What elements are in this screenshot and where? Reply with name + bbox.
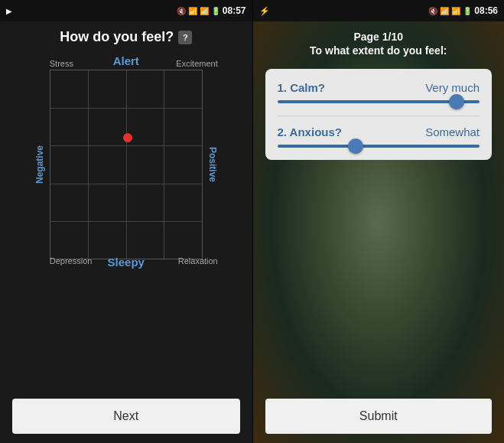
axis-alert-label: Alert bbox=[113, 54, 139, 67]
left-content: How do you feel? ? Stress Excitement Ale… bbox=[0, 21, 252, 389]
calm-slider-thumb[interactable] bbox=[449, 94, 464, 109]
anxious-slider-track[interactable] bbox=[278, 145, 480, 148]
status-icons-left: 🔇 📶 📶 🔋 08:57 bbox=[177, 5, 246, 16]
question-header: How do you feel? ? bbox=[60, 29, 192, 45]
question-calm-label: 1. Calm? bbox=[278, 81, 326, 94]
right-panel: ⚡ 🔇 📶 📶 🔋 08:56 Page 1/10 To what extent… bbox=[253, 0, 505, 443]
questions-card: 1. Calm? Very much 2. Anxious? Somewhat bbox=[265, 69, 493, 160]
battery-icon: 🔋 bbox=[211, 7, 220, 15]
next-button[interactable]: Next bbox=[12, 399, 240, 434]
anxious-slider-thumb[interactable] bbox=[348, 138, 363, 154]
mood-grid bbox=[50, 70, 203, 259]
wifi-icon: 📶 bbox=[188, 7, 197, 15]
status-left-icon: ▶ bbox=[6, 7, 12, 15]
axis-relaxation-label: Relaxation bbox=[178, 256, 218, 265]
axis-sleepy-label: Sleepy bbox=[108, 256, 145, 269]
time-display-right: 08:56 bbox=[474, 5, 498, 16]
axis-depression-label: Depression bbox=[50, 256, 93, 265]
help-badge[interactable]: ? bbox=[178, 31, 192, 44]
left-panel: ▶ 🔇 📶 📶 🔋 08:57 How do you feel? ? Stres… bbox=[0, 0, 252, 443]
signal-icon: 📶 bbox=[200, 7, 209, 15]
question-calm-header: 1. Calm? Very much bbox=[278, 81, 480, 94]
signal-icon-right: 📶 bbox=[451, 7, 460, 15]
usb-icon: ⚡ bbox=[259, 6, 270, 16]
question-anxious-label: 2. Anxious? bbox=[278, 125, 342, 138]
axis-excitement-label: Excitement bbox=[176, 59, 217, 68]
submit-button[interactable]: Submit bbox=[265, 399, 493, 434]
question-row-anxious: 2. Anxious? Somewhat bbox=[278, 125, 480, 148]
mute-icon-right: 🔇 bbox=[428, 7, 437, 15]
bottom-button-area-left: Next bbox=[0, 389, 252, 443]
wifi-icon-right: 📶 bbox=[440, 7, 449, 15]
mood-dot[interactable] bbox=[123, 133, 132, 142]
status-icons-right: 🔇 📶 📶 🔋 08:56 bbox=[428, 5, 498, 16]
status-bar-right: ⚡ 🔇 📶 📶 🔋 08:56 bbox=[253, 0, 505, 21]
right-content: Page 1/10 To what extent do you feel: 1.… bbox=[253, 21, 505, 389]
question-calm-value: Very much bbox=[425, 81, 480, 94]
axis-negative-label: Negative bbox=[34, 145, 45, 184]
page-subtitle: To what extent do you feel: bbox=[310, 44, 447, 57]
calm-slider-track[interactable] bbox=[278, 100, 480, 103]
question-row-calm: 1. Calm? Very much bbox=[278, 81, 480, 103]
status-bar-left: ▶ 🔇 📶 📶 🔋 08:57 bbox=[0, 0, 252, 21]
how-do-you-feel-title: How do you feel? bbox=[60, 29, 174, 45]
question-anxious-header: 2. Anxious? Somewhat bbox=[278, 125, 480, 138]
axis-stress-label: Stress bbox=[50, 59, 73, 68]
question-anxious-value: Somewhat bbox=[425, 125, 480, 138]
card-separator bbox=[278, 116, 480, 116]
page-indicator: Page 1/10 bbox=[353, 31, 403, 43]
bottom-button-area-right: Submit bbox=[253, 389, 505, 443]
mood-chart: Stress Excitement Alert Negative Positiv… bbox=[34, 57, 218, 272]
time-display-left: 08:57 bbox=[223, 5, 246, 16]
mute-icon: 🔇 bbox=[177, 7, 186, 15]
axis-positive-label: Positive bbox=[207, 147, 218, 182]
battery-icon-right: 🔋 bbox=[463, 7, 472, 15]
